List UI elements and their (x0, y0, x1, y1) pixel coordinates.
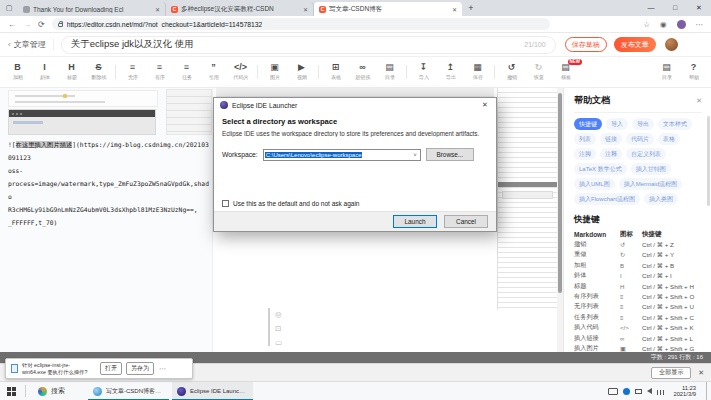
toolbar-task-list-button[interactable]: ≡任务 (173, 62, 200, 82)
help-tag[interactable]: 注释 (600, 148, 622, 160)
refresh-icon[interactable]: ⟳ (38, 16, 45, 33)
close-button[interactable]: ✕ (687, 0, 711, 16)
help-tag[interactable]: 插入Flowchart流程图 (574, 193, 640, 205)
toolbar-heading-button[interactable]: H标题 (58, 62, 85, 82)
taskbar-search-button[interactable]: 搜索 (29, 382, 74, 400)
taskbar-clock[interactable]: 11:23 2021/3/9 (673, 385, 696, 398)
save-as-button[interactable]: 另存为 (126, 362, 154, 375)
start-button[interactable] (0, 387, 22, 396)
new-tab-button[interactable]: + (462, 1, 480, 16)
default-checkbox[interactable] (222, 200, 229, 207)
chevron-down-icon[interactable]: ˅ (413, 152, 419, 158)
help-tag[interactable]: 列表 (574, 133, 596, 145)
minimize-button[interactable]: — (639, 0, 663, 16)
toolbar-save-button[interactable]: ▦保存 (464, 62, 491, 82)
back-icon[interactable]: ← (8, 16, 16, 33)
launch-button[interactable]: Launch (393, 215, 437, 228)
help-tag[interactable]: 表格 (658, 133, 680, 145)
show-all-downloads-button[interactable]: 全部显示 (651, 367, 691, 379)
user-avatar[interactable] (665, 38, 678, 51)
float-tool-1[interactable]: ◎ (275, 310, 282, 319)
favorites-icon[interactable]: ☆ (643, 20, 650, 29)
help-tag[interactable]: 插入UML图 (574, 178, 615, 190)
browser-tab[interactable]: Thank You for Downloading Ecl✕ (18, 2, 166, 16)
help-tag[interactable]: 插入类图 (644, 193, 678, 205)
maximize-button[interactable]: □ (663, 0, 687, 16)
taskbar-app-eclipse[interactable]: Eclipse IDE Launc… (172, 382, 253, 400)
toolbar-import-button[interactable]: ↧导入 (410, 62, 437, 82)
toolbar-strikethrough-button[interactable]: S删除线 (85, 62, 112, 82)
toolbar-hyperlink-button[interactable]: ∞超链接 (349, 62, 376, 82)
toolbar-ordered-list-button[interactable]: ≡有序 (146, 62, 173, 82)
float-tool-3[interactable]: ▭ (275, 338, 282, 347)
help-close-icon[interactable]: ✕ (696, 97, 702, 105)
toolbar-table-button[interactable]: ⊞表格 (322, 62, 349, 82)
browser-avatar[interactable] (677, 20, 686, 29)
shortcut-name: 有序列表 (574, 292, 620, 301)
volume-icon[interactable] (647, 388, 652, 394)
toolbar-image-button[interactable]: ▣图片 (261, 62, 288, 82)
markdown-source-pane[interactable]: ![在这里插入图片描述](https://img-blog.csdnimg.cn… (0, 88, 213, 352)
dialog-close-icon[interactable]: ✕ (474, 98, 496, 112)
cancel-button[interactable]: Cancel (444, 215, 488, 228)
toolbar-quote-button[interactable]: ”引用 (200, 62, 227, 82)
more-options-icon[interactable]: ⋯ (696, 20, 704, 29)
toolbar-redo-button[interactable]: ↻恢复 (525, 62, 552, 82)
tab-close-icon[interactable]: ✕ (155, 6, 160, 13)
help-tag[interactable]: 导出 (632, 118, 654, 130)
profile-icon[interactable]: ◉ (660, 20, 667, 29)
toolbar-toc-button[interactable]: ▤目录 (376, 62, 403, 82)
new-badge: NEW (568, 59, 583, 65)
download-more-icon[interactable]: ⋯ (158, 365, 167, 373)
help-tag[interactable]: 快捷键 (574, 118, 602, 130)
browse-button[interactable]: Browse... (426, 148, 474, 161)
publish-button[interactable]: 发布文章 (614, 37, 656, 52)
browser-tab[interactable]: C写文章-CSDN博客✕ (314, 2, 462, 16)
taskbar-app-edge[interactable]: 写文章-CSDN博客… (88, 382, 169, 400)
help-tag[interactable]: 自定义列表 (626, 148, 666, 160)
toolbar-export-button[interactable]: ↥导出 (437, 62, 464, 82)
markdown-source-text[interactable]: ![在这里插入图片描述](https://img-blog.csdnimg.cn… (8, 138, 209, 229)
show-desktop-button[interactable] (706, 382, 711, 400)
toolbar-label: 撤销 (506, 74, 516, 82)
url-input[interactable]: https://editor.csdn.net/md/?not_checkout… (52, 18, 550, 30)
toolbar-video-button[interactable]: ▶视频 (288, 62, 315, 82)
save-draft-button[interactable]: 保存草稿 (565, 37, 607, 52)
help-tag[interactable]: 文本样式 (658, 118, 692, 130)
shortcut-keys: Ctrl / ⌘ + Y (642, 251, 702, 258)
open-button[interactable]: 打开 (100, 362, 122, 375)
article-manage-link[interactable]: ‹ 文章管理 (8, 39, 54, 50)
toolbar-code-button[interactable]: </>代码片 (227, 62, 254, 82)
preview-mini-scrollbar[interactable] (268, 308, 270, 346)
float-tool-2[interactable]: ⊡ (275, 324, 282, 333)
download-bar-close-icon[interactable]: ✕ (698, 369, 704, 377)
help-tag[interactable]: 链接 (600, 133, 622, 145)
sidebar-scrollbar[interactable] (707, 116, 710, 206)
toolbar-unordered-list-button[interactable]: ≡无序 (119, 62, 146, 82)
browser-tab[interactable]: C多种eclipse汉化安装教程-CSDN✕ (166, 2, 314, 16)
help-tag[interactable]: 代码片 (626, 133, 654, 145)
help-tag[interactable]: 插入甘特图 (631, 163, 671, 175)
tab-close-icon[interactable]: ✕ (303, 6, 308, 13)
article-title-input[interactable]: 关于eclipse jdk以及汉化 使用 (71, 38, 525, 51)
keyboard-icon[interactable] (608, 388, 618, 395)
toolbar-undo-button[interactable]: ↺撤销 (498, 62, 525, 82)
toolbar-italic-button[interactable]: I斜体 (31, 62, 58, 82)
forward-icon[interactable]: → (23, 16, 31, 33)
toolbar-outline-button[interactable]: ▤目录 (653, 62, 680, 82)
tray-icon-2[interactable] (635, 389, 642, 394)
tray-icon-1[interactable] (623, 388, 630, 395)
toolbar-help-button[interactable]: ?帮助 (680, 62, 707, 82)
scrollbar-thumb[interactable] (558, 93, 562, 293)
toolbar-bold-button[interactable]: B加粗 (4, 62, 31, 82)
tab-close-icon[interactable]: ✕ (452, 6, 457, 13)
dialog-titlebar[interactable]: Eclipse IDE Launcher ✕ (214, 98, 496, 112)
help-tag[interactable]: 注脚 (574, 148, 596, 160)
network-icon[interactable] (657, 390, 664, 395)
tab-actions-icon[interactable]: ▢ (0, 0, 18, 16)
help-tag[interactable]: 导入 (606, 118, 628, 130)
toolbar-template-button[interactable]: ▤模板NEW (552, 62, 579, 82)
workspace-combobox[interactable]: C:\Users\Lenovo\eclipse-workspace ˅ (263, 149, 421, 161)
help-tag[interactable]: LaTeX 数学公式 (574, 163, 627, 175)
help-tag[interactable]: 插入Mermaid流程图 (619, 178, 682, 190)
